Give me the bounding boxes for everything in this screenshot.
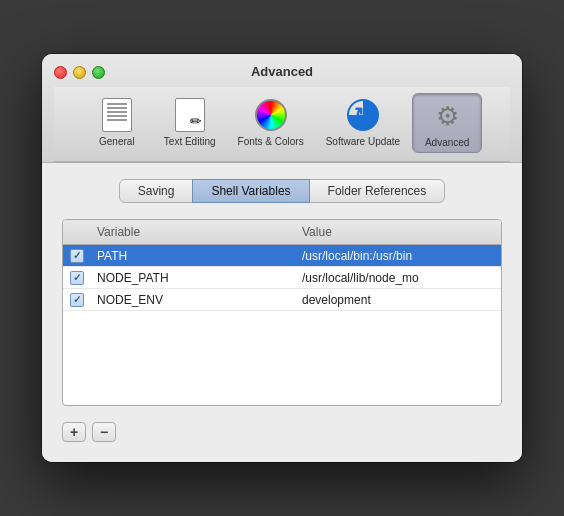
toolbar-label-software-update: Software Update — [326, 136, 401, 147]
row-2-checkbox[interactable]: ✓ — [63, 291, 91, 309]
row-1-variable: NODE_PATH — [91, 269, 296, 287]
fonts-colors-icon — [253, 97, 289, 133]
tab-bar: Saving Shell Variables Folder References — [62, 179, 502, 203]
main-window: Advanced General Text Editing Fonts & Co — [42, 54, 522, 462]
traffic-lights — [54, 66, 105, 79]
toolbar-item-text-editing[interactable]: Text Editing — [154, 93, 226, 153]
variables-table: Variable Value ✓ PATH /usr/local/bin:/us… — [62, 219, 502, 406]
tab-saving[interactable]: Saving — [119, 179, 194, 203]
checkbox-checked-icon: ✓ — [70, 293, 84, 307]
checkbox-checked-icon: ✓ — [70, 249, 84, 263]
close-button[interactable] — [54, 66, 67, 79]
table-header: Variable Value — [63, 220, 501, 245]
table-body: ✓ PATH /usr/local/bin:/usr/bin ✓ NODE_PA… — [63, 245, 501, 405]
zoom-button[interactable] — [92, 66, 105, 79]
general-icon — [99, 97, 135, 133]
add-button[interactable]: + — [62, 422, 86, 442]
row-2-value: development — [296, 291, 501, 309]
row-0-value: /usr/local/bin:/usr/bin — [296, 247, 501, 265]
titlebar: Advanced General Text Editing Fonts & Co — [42, 54, 522, 163]
checkbox-checked-icon: ✓ — [70, 271, 84, 285]
remove-button[interactable]: − — [92, 422, 116, 442]
toolbar-label-text-editing: Text Editing — [164, 136, 216, 147]
row-2-variable: NODE_ENV — [91, 291, 296, 309]
table-row[interactable]: ✓ NODE_PATH /usr/local/lib/node_mo — [63, 267, 501, 289]
toolbar-item-general[interactable]: General — [82, 93, 152, 153]
content-area: Saving Shell Variables Folder References… — [42, 163, 522, 462]
toolbar-item-software-update[interactable]: Software Update — [316, 93, 411, 153]
table-row[interactable]: ✓ PATH /usr/local/bin:/usr/bin — [63, 245, 501, 267]
row-1-value: /usr/local/lib/node_mo — [296, 269, 501, 287]
toolbar-label-general: General — [99, 136, 135, 147]
tab-shell-variables[interactable]: Shell Variables — [192, 179, 309, 203]
toolbar-item-advanced[interactable]: ⚙ Advanced — [412, 93, 482, 153]
row-1-checkbox[interactable]: ✓ — [63, 269, 91, 287]
toolbar-label-fonts-colors: Fonts & Colors — [238, 136, 304, 147]
row-0-variable: PATH — [91, 247, 296, 265]
window-title: Advanced — [54, 64, 510, 79]
row-0-checkbox[interactable]: ✓ — [63, 247, 91, 265]
text-editing-icon — [172, 97, 208, 133]
toolbar-item-fonts-colors[interactable]: Fonts & Colors — [228, 93, 314, 153]
minimize-button[interactable] — [73, 66, 86, 79]
bottom-bar: + − — [62, 418, 502, 446]
toolbar-label-advanced: Advanced — [425, 137, 469, 148]
toolbar: General Text Editing Fonts & Colors Soft… — [54, 87, 510, 162]
col-header-variable: Variable — [91, 223, 296, 241]
tab-folder-references[interactable]: Folder References — [309, 179, 446, 203]
col-header-value: Value — [296, 223, 501, 241]
software-update-icon — [345, 97, 381, 133]
table-row[interactable]: ✓ NODE_ENV development — [63, 289, 501, 311]
advanced-icon: ⚙ — [429, 98, 465, 134]
col-header-checkbox — [63, 223, 91, 241]
